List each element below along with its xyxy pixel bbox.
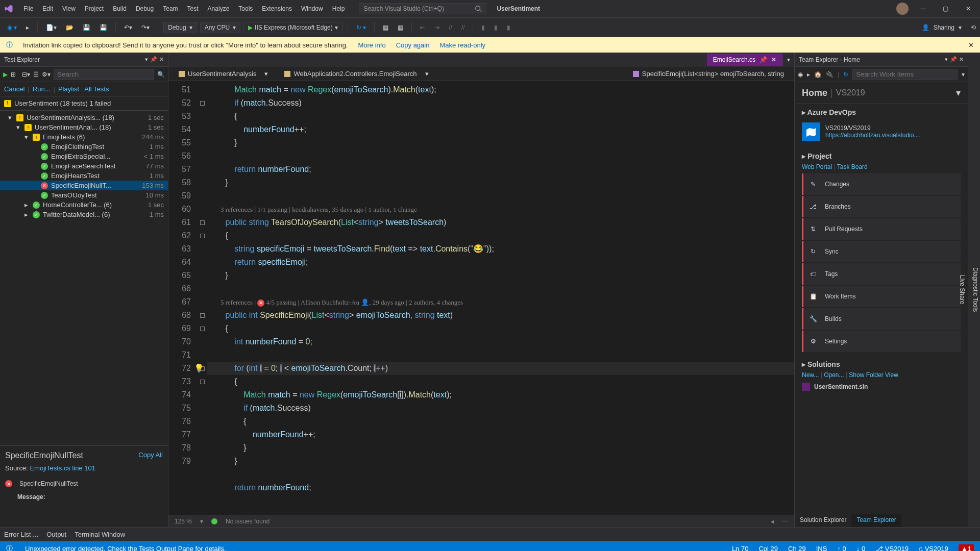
menu-build[interactable]: Build	[109, 2, 131, 15]
test-row[interactable]: ✓EmojiClothingTest1 ms	[0, 142, 168, 152]
te-tile-tags[interactable]: 🏷Tags	[802, 263, 961, 285]
status-ins[interactable]: INS	[816, 545, 827, 552]
status-ch[interactable]: Ch 29	[788, 545, 806, 552]
code-editor[interactable]: 5152535455565758596061626364656667686970…	[168, 81, 794, 515]
live-share-tab[interactable]: Live Share	[959, 57, 966, 523]
status-pull[interactable]: ↓ 0	[856, 545, 865, 552]
playlist-dropdown[interactable]: Playlist : All Tests	[58, 85, 109, 93]
terminal-tab[interactable]: Terminal Window	[75, 531, 125, 538]
indent-in-icon[interactable]: ⇥	[431, 22, 443, 33]
save-icon[interactable]: 💾	[80, 22, 93, 33]
te-tile-changes[interactable]: ✎Changes	[802, 173, 961, 195]
close-button[interactable]: ✕	[961, 3, 976, 14]
nav-fwd-icon[interactable]: ▸	[23, 22, 32, 33]
source-link[interactable]: EmojiTests.cs line 101	[30, 464, 95, 472]
test-row[interactable]: ▸✓HomeControllerTe... (6)1 sec	[0, 200, 168, 210]
menu-debug[interactable]: Debug	[132, 2, 158, 15]
folder-view-link[interactable]: Show Folder View	[849, 371, 898, 379]
panel-close-icon[interactable]: ✕	[159, 56, 164, 63]
tab-solution-explorer[interactable]: Solution Explorer	[795, 514, 851, 527]
te-tile-builds[interactable]: 🔧Builds	[802, 308, 961, 330]
nav-back-icon[interactable]: ◉ ▾	[4, 22, 20, 33]
error-list-tab[interactable]: Error List ...	[4, 531, 38, 538]
solution-item[interactable]: UserSentiment.sln	[802, 383, 961, 391]
menu-window[interactable]: Window	[297, 2, 327, 15]
tab-close-icon[interactable]: ✕	[771, 56, 776, 63]
sort-icon[interactable]: ☰	[33, 71, 39, 78]
bookmark-icon[interactable]: ▮	[478, 22, 488, 33]
tab-overflow-icon[interactable]: ▾	[783, 56, 794, 63]
test-row[interactable]: ✓EmojiFaceSearchTest77 ms	[0, 161, 168, 171]
te-search-input[interactable]	[852, 69, 958, 80]
test-row[interactable]: ✓TearsOfJoyTest10 ms	[0, 190, 168, 200]
status-repo[interactable]: ⎇ VS2019	[875, 545, 909, 552]
task-board-link[interactable]: Task Board	[837, 163, 868, 170]
user-avatar[interactable]	[896, 3, 909, 15]
menu-analyze[interactable]: Analyze	[204, 2, 234, 15]
group-icon[interactable]: ⊟▾	[22, 71, 30, 78]
cancel-button[interactable]: Cancel	[4, 85, 24, 93]
browser-link-icon[interactable]: ↻ ▾	[353, 22, 369, 33]
menu-test[interactable]: Test	[183, 2, 203, 15]
te-tile-work-items[interactable]: 📋Work Items	[802, 286, 961, 307]
redo-icon[interactable]: ↷▾	[138, 22, 153, 33]
te-refresh-icon[interactable]: ↻	[843, 71, 848, 78]
bookmark-prev-icon[interactable]: ▮	[491, 22, 501, 33]
test-tree[interactable]: ▾!UserSentimentAnalysis... (18)1 sec▾!Us…	[0, 111, 168, 445]
indent-out-icon[interactable]: ⇤	[417, 22, 428, 33]
solutions-header[interactable]: ▸ Solutions	[802, 360, 961, 368]
tab-pin-icon[interactable]: 📌	[760, 56, 767, 63]
platform-dropdown[interactable]: Any CPU▾	[200, 22, 240, 33]
te-dropdown-icon[interactable]: ▾	[945, 56, 948, 63]
te-org[interactable]: VS2019/VS2019 https://abuchholtzau.visua…	[802, 119, 961, 144]
test-row[interactable]: ✓EmojiHeartsTest1 ms	[0, 171, 168, 181]
make-readonly-link[interactable]: Make read-only	[439, 41, 485, 49]
te-fwd-icon[interactable]: ▸	[807, 71, 810, 78]
te-tile-pull-requests[interactable]: ⇅Pull Requests	[802, 218, 961, 240]
crumb-method[interactable]: SpecificEmoji(List<string> emojiToSearch…	[629, 69, 788, 79]
output-tab[interactable]: Output	[46, 531, 66, 538]
menu-tools[interactable]: Tools	[234, 2, 257, 15]
tool-icon-1[interactable]: ▦	[380, 22, 391, 33]
liveshare-icon[interactable]: ⟲	[971, 24, 976, 31]
infobar-close-icon[interactable]: ✕	[968, 41, 974, 49]
bookmark-next-icon[interactable]: ▮	[504, 22, 513, 33]
test-row[interactable]: ✓EmojiExtraSpecial...< 1 ms	[0, 152, 168, 161]
te-connect-icon[interactable]: 🔌	[826, 71, 834, 78]
test-row[interactable]: ▾!UserSentimentAnal... (18)1 sec	[0, 122, 168, 132]
sharing-icon[interactable]: 👤	[922, 24, 929, 31]
save-all-icon[interactable]: 💾	[96, 22, 110, 33]
project-header[interactable]: ▸ Project	[802, 152, 961, 160]
te-tile-branches[interactable]: ⎇Branches	[802, 196, 961, 217]
menu-view[interactable]: View	[58, 2, 80, 15]
copy-all-link[interactable]: Copy All	[138, 451, 163, 459]
panel-pin-icon[interactable]: 📌	[150, 56, 157, 63]
new-sln-link[interactable]: New...	[802, 371, 819, 379]
tool-icon-2[interactable]: ▦	[395, 22, 406, 33]
uncomment-icon[interactable]: //	[458, 22, 468, 33]
menu-project[interactable]: Project	[81, 2, 108, 15]
settings-icon[interactable]: ⚙▾	[42, 71, 51, 78]
config-dropdown[interactable]: Debug▾	[163, 22, 197, 33]
status-push[interactable]: ↑ 0	[837, 545, 846, 552]
zoom-level[interactable]: 125 %	[175, 518, 192, 525]
status-col[interactable]: Col 29	[758, 545, 778, 552]
tab-emojisearch[interactable]: EmojiSearch.cs 📌 ✕	[707, 54, 783, 66]
minimize-button[interactable]: ─	[916, 3, 930, 14]
status-branch[interactable]: ⎌ VS2019	[919, 545, 948, 552]
new-item-icon[interactable]: 📄▾	[43, 22, 60, 33]
org-url-link[interactable]: https://abuchholtzau.visualstudio....	[825, 132, 921, 139]
run-icon[interactable]: ⊞	[11, 71, 16, 78]
test-row[interactable]: ▾!EmojiTests (6)244 ms	[0, 132, 168, 142]
quick-search[interactable]: Search Visual Studio (Ctrl+Q)	[359, 3, 486, 14]
maximize-button[interactable]: ▢	[938, 3, 953, 14]
azure-header[interactable]: ▸ Azure DevOps	[802, 108, 961, 116]
te-back-icon[interactable]: ◉	[798, 71, 803, 78]
open-icon[interactable]: 📂	[63, 22, 77, 33]
diagnostic-tools-tab[interactable]: Diagnostic Tools	[972, 57, 979, 523]
te-tile-sync[interactable]: ↻Sync	[802, 241, 961, 262]
tab-team-explorer[interactable]: Team Explorer	[851, 514, 901, 527]
test-search-input[interactable]	[54, 69, 154, 80]
panel-dropdown-icon[interactable]: ▾	[145, 56, 148, 63]
run-dropdown[interactable]: Run...	[33, 85, 51, 93]
